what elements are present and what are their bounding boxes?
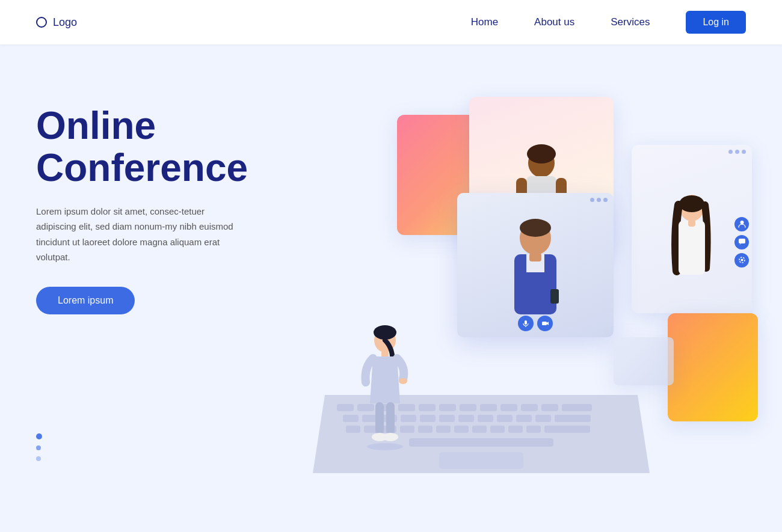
svg-rect-54: [490, 426, 505, 433]
svg-point-61: [374, 325, 396, 340]
svg-rect-53: [472, 426, 487, 433]
svg-rect-14: [550, 289, 559, 304]
svg-rect-26: [419, 404, 436, 411]
svg-rect-7: [679, 221, 705, 275]
svg-rect-50: [418, 426, 433, 433]
navbar: Logo Home About us Services Log in: [0, 0, 782, 44]
svg-rect-55: [508, 426, 523, 433]
side-action-icons: [734, 217, 749, 268]
svg-rect-38: [420, 415, 436, 422]
svg-rect-65: [386, 402, 395, 435]
svg-rect-51: [436, 426, 451, 433]
svg-rect-27: [439, 404, 456, 411]
mic-icon: [518, 316, 534, 331]
dot-icon: [735, 150, 739, 154]
user-icon: [734, 217, 749, 231]
svg-rect-41: [478, 415, 493, 422]
dot-1: [36, 433, 42, 439]
dot-icon: [603, 198, 608, 202]
svg-point-1: [527, 144, 556, 164]
logo-area: Logo: [36, 16, 77, 29]
panel-small-light: [614, 337, 674, 385]
nav-links: Home About us Services Log in: [471, 11, 746, 34]
svg-rect-29: [480, 404, 497, 411]
settings-icon: [734, 253, 749, 268]
nav-home[interactable]: Home: [471, 16, 498, 28]
figure-participant-2: [656, 175, 728, 313]
dot-2: [36, 445, 41, 450]
svg-rect-15: [525, 320, 527, 325]
svg-point-18: [740, 221, 744, 224]
person-standing: [355, 319, 415, 451]
chat-icon: [734, 235, 749, 249]
svg-point-20: [740, 259, 743, 261]
hero-title-line2: Conference: [36, 146, 248, 189]
svg-rect-58: [409, 438, 553, 447]
panel-dots-main: [590, 198, 608, 202]
svg-rect-52: [454, 426, 469, 433]
video-controls: [518, 316, 553, 331]
svg-rect-19: [739, 239, 745, 243]
svg-rect-32: [541, 404, 558, 411]
svg-point-67: [383, 433, 398, 441]
svg-rect-42: [497, 415, 513, 422]
hero-title: Online Conference: [36, 105, 289, 189]
svg-rect-13: [529, 253, 541, 261]
svg-point-68: [367, 443, 403, 450]
panel-participant-2: [632, 145, 752, 313]
camera-icon: [537, 316, 553, 331]
decorative-dots: [36, 433, 42, 461]
hero-illustration: [289, 81, 758, 532]
svg-rect-45: [555, 415, 591, 422]
hero-description: Lorem ipsum dolor sit amet, consec-tetue…: [36, 204, 241, 265]
svg-point-10: [520, 219, 551, 237]
svg-rect-22: [337, 404, 354, 411]
svg-rect-64: [375, 402, 384, 435]
dot-icon: [728, 150, 733, 154]
svg-rect-33: [562, 404, 592, 411]
svg-point-63: [399, 378, 407, 384]
nav-about[interactable]: About us: [534, 16, 574, 28]
svg-rect-39: [439, 415, 455, 422]
svg-rect-44: [535, 415, 551, 422]
svg-rect-8: [688, 219, 695, 227]
nav-services[interactable]: Services: [611, 16, 650, 28]
svg-rect-30: [500, 404, 517, 411]
hero-cta-button[interactable]: Lorem ipsum: [36, 287, 135, 314]
svg-rect-56: [526, 426, 541, 433]
hero-section: Online Conference Lorem ipsum dolor sit …: [0, 44, 782, 532]
svg-rect-43: [516, 415, 532, 422]
logo-circle-icon: [36, 17, 47, 28]
dot-icon: [590, 198, 594, 202]
hero-title-line1: Online: [36, 104, 156, 147]
svg-rect-57: [544, 426, 590, 433]
svg-rect-59: [439, 452, 523, 469]
dot-icon: [597, 198, 601, 202]
svg-rect-62: [381, 351, 389, 357]
logo-text: Logo: [53, 16, 77, 29]
panel-dots: [728, 150, 746, 154]
svg-rect-31: [521, 404, 538, 411]
svg-rect-40: [458, 415, 474, 422]
svg-point-6: [679, 195, 704, 212]
panel-participant-main: [457, 193, 614, 337]
svg-rect-17: [542, 322, 547, 325]
standing-person-svg: [355, 319, 415, 451]
panel-orange-bottom: [668, 313, 758, 421]
conference-illustration: [289, 97, 758, 506]
dot-3: [36, 456, 41, 461]
hero-left: Online Conference Lorem ipsum dolor sit …: [36, 81, 289, 314]
login-button[interactable]: Log in: [686, 11, 746, 34]
dot-icon: [742, 150, 746, 154]
svg-rect-28: [460, 404, 476, 411]
